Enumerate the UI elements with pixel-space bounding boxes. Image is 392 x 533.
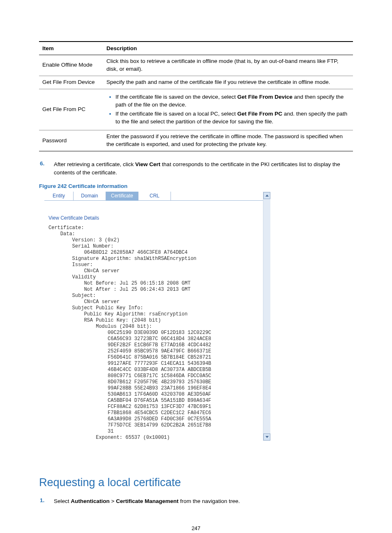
page-number: 247 [39, 525, 353, 531]
step-text: Select Authentication > Certificate Mana… [54, 497, 240, 505]
step-6: 6. After retrieving a certificate, click… [40, 160, 353, 176]
section-heading: Requesting a local certificate [39, 476, 353, 489]
th-item: Item [39, 42, 103, 55]
desc-cell: Click this box to retrieve a certificate… [103, 55, 353, 76]
item-cell: Get File From PC [39, 89, 103, 130]
desc-cell: Specify the path and name of the certifi… [103, 76, 353, 89]
step-number: 1. [40, 497, 54, 505]
chevron-down-icon [265, 436, 269, 438]
scrollbar[interactable] [263, 192, 270, 441]
item-cell: Password [39, 130, 103, 151]
table-row: Enable Offline Mode Click this box to re… [39, 55, 353, 76]
desc-cell: If the certificate file is saved on the … [103, 89, 353, 130]
table-row: Get File From PC If the certificate file… [39, 89, 353, 130]
config-table: Item Description Enable Offline Mode Cli… [39, 41, 353, 151]
tab-crl[interactable]: CRL [138, 192, 171, 201]
certificate-text: Certificate: Data: Version: 3 (0x2) Seri… [48, 225, 263, 441]
chevron-up-icon [265, 195, 269, 197]
bullet: If the certificate file is saved on a lo… [115, 110, 350, 126]
step-text: After retrieving a certificate, click Vi… [54, 160, 353, 176]
table-row: Get File From Device Specify the path an… [39, 76, 353, 89]
bullet: If the certificate file is saved on the … [115, 93, 350, 109]
figure-caption: Figure 242 Certificate information [39, 183, 353, 189]
step-number: 6. [40, 160, 54, 176]
scroll-up-button[interactable] [263, 192, 270, 199]
tab-certificate[interactable]: Certificate [106, 192, 138, 201]
view-cert-details-heading: View Certificate Details [48, 215, 263, 221]
desc-cell: Enter the password if you retrieve the c… [103, 130, 353, 151]
table-row: Password Enter the password if you retri… [39, 130, 353, 151]
item-cell: Enable Offline Mode [39, 55, 103, 76]
th-desc: Description [103, 42, 353, 55]
step-1: 1. Select Authentication > Certificate M… [40, 497, 353, 505]
tab-bar: Entity Domain Certificate CRL [44, 192, 263, 201]
tab-domain[interactable]: Domain [74, 192, 106, 201]
tab-entity[interactable]: Entity [44, 192, 74, 201]
item-cell: Get File From Device [39, 76, 103, 89]
screenshot-frame: Entity Domain Certificate CRL View Certi… [44, 192, 270, 461]
scroll-down-button[interactable] [263, 433, 270, 440]
